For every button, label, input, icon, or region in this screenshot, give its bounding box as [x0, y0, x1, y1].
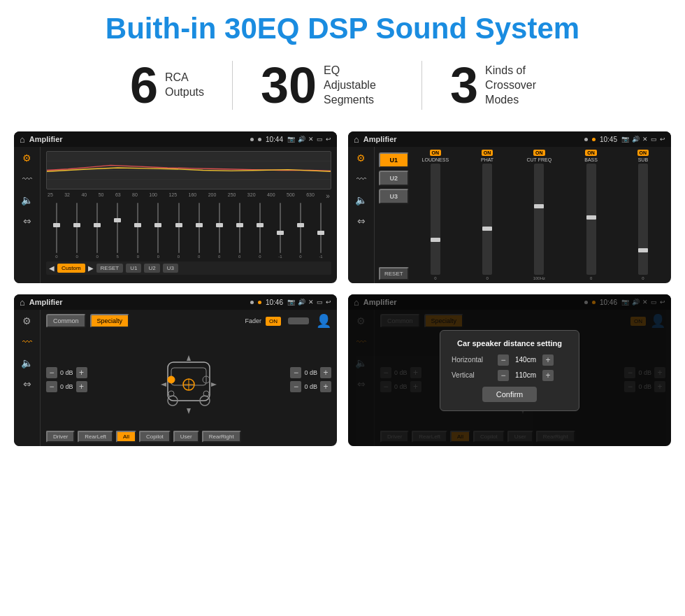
horizontal-plus-button[interactable]: + [542, 354, 554, 366]
phat-slider[interactable] [482, 164, 492, 275]
cross-sidebar-icon-active[interactable]: ⚙ [356, 152, 366, 164]
eq-slider-10[interactable]: 0 [251, 203, 269, 259]
home-icon[interactable]: ⌂ [20, 134, 25, 145]
confirm-button[interactable]: Confirm [482, 387, 538, 402]
eq-slider-2[interactable]: 0 [88, 203, 106, 259]
loudness-label: LOUDNESS [422, 157, 449, 162]
db-minus-topleft[interactable]: − [46, 367, 57, 378]
db-minus-bottomright[interactable]: − [290, 381, 301, 392]
stat-eq: 30 EQ AdjustableSegments [233, 60, 421, 110]
freq-50: 50 [99, 192, 104, 200]
tab-specialty[interactable]: Specialty [90, 314, 130, 328]
tab-common[interactable]: Common [46, 314, 86, 328]
crossover-home-icon[interactable]: ⌂ [354, 134, 359, 145]
eq-slider-13[interactable]: -1 [312, 203, 330, 259]
eq-slider-1[interactable]: 0 [68, 203, 86, 259]
freq-125: 125 [168, 192, 177, 200]
bass-slider[interactable] [586, 164, 596, 275]
expand-icon[interactable]: » [326, 192, 330, 200]
crossover-screen-card: ⌂ Amplifier 10:45 📷 🔊 ✕ ▭ ↩ ⚙ 〰 🔈 ⇔ [348, 131, 671, 283]
eq-next-button[interactable]: ▶ [88, 264, 94, 272]
freq-160: 160 [189, 192, 197, 200]
speaker-left-controls: − 0 dB + − 0 dB + [46, 331, 87, 428]
eq-slider-8[interactable]: 0 [210, 203, 229, 259]
fader-sidebar-icon-2[interactable]: 〰 [22, 336, 32, 348]
cross-close-icon: ✕ [642, 136, 648, 143]
horizontal-value: 140cm [512, 356, 540, 364]
horizontal-minus-button[interactable]: − [498, 354, 509, 366]
freq-400: 400 [267, 192, 275, 200]
db-minus-topright[interactable]: − [290, 367, 301, 378]
eq-slider-7[interactable]: 0 [190, 203, 208, 259]
fader-driver-button[interactable]: Driver [46, 431, 75, 443]
eq-freq-labels: 25 32 40 50 63 80 100 125 160 200 250 32… [46, 192, 331, 200]
cross-sidebar-icon-wave[interactable]: 〰 [356, 173, 366, 185]
fader-sidebar-icon-1[interactable]: ⚙ [22, 315, 31, 327]
cutfreq-slider[interactable] [534, 164, 544, 275]
db-plus-bottomleft[interactable]: + [76, 381, 87, 392]
fader-back-icon[interactable]: ↩ [326, 299, 331, 306]
eq-slider-11[interactable]: -1 [271, 203, 289, 259]
eq-sidebar-icon-arrows[interactable]: ⇔ [23, 215, 31, 227]
eq-reset-button[interactable]: RESET [96, 264, 124, 273]
eq-slider-12[interactable]: 0 [291, 203, 310, 259]
cross-window-icon: ▭ [651, 136, 657, 143]
dialog-overlay: Car speaker distance setting Horizontal … [348, 294, 671, 446]
phat-on-badge: ON [482, 150, 493, 156]
fader-user-button[interactable]: User [173, 431, 199, 443]
fader-status-bar: ⌂ Amplifier 10:46 📷 🔊 ✕ ▭ ↩ [14, 294, 337, 310]
db-plus-topright[interactable]: + [320, 367, 331, 378]
eq-sidebar-icon-speaker[interactable]: 🔈 [21, 194, 33, 206]
cross-volume-icon: 🔊 [632, 136, 640, 143]
eq-slider-0[interactable]: 0 [48, 203, 66, 259]
eq-sidebar-icon-active[interactable]: ⚙ [22, 152, 31, 164]
back-icon[interactable]: ↩ [326, 136, 331, 143]
cross-preset-u3[interactable]: U3 [379, 189, 409, 204]
eq-slider-3[interactable]: 5 [108, 203, 127, 259]
cross-preset-u1[interactable]: U1 [379, 152, 409, 168]
fader-bottom-buttons: Driver RearLeft All Copilot User RearRig… [46, 431, 331, 443]
freq-200: 200 [208, 192, 217, 200]
cross-status-dot-1 [584, 138, 588, 141]
eq-slider-9[interactable]: 0 [231, 203, 249, 259]
fader-rearright-button[interactable]: RearRight [202, 431, 241, 443]
cross-back-icon[interactable]: ↩ [660, 136, 665, 143]
db-plus-topleft[interactable]: + [76, 367, 87, 378]
eq-u1-button[interactable]: U1 [126, 264, 141, 273]
eq-left-sidebar: ⚙ 〰 🔈 ⇔ [14, 147, 41, 283]
db-plus-bottomright[interactable]: + [320, 381, 331, 392]
eq-prev-button[interactable]: ◀ [49, 264, 55, 272]
eq-u3-button[interactable]: U3 [163, 264, 178, 273]
eq-custom-button[interactable]: Custom [57, 264, 85, 273]
db-minus-bottomleft[interactable]: − [46, 381, 57, 392]
fader-all-button[interactable]: All [116, 431, 136, 443]
stat-crossover: 3 Kinds ofCrossover Modes [422, 60, 583, 110]
eq-u2-button[interactable]: U2 [144, 264, 159, 273]
fader-rearleft-button[interactable]: RearLeft [78, 431, 113, 443]
freq-32: 32 [64, 192, 70, 200]
cross-sidebar-icon-arrows[interactable]: ⇔ [357, 215, 366, 227]
crossover-reset-button[interactable]: RESET [379, 267, 409, 280]
fader-camera-icon: 📷 [287, 299, 295, 306]
eq-slider-6[interactable]: 0 [169, 203, 187, 259]
camera-icon: 📷 [287, 136, 295, 143]
eq-sidebar-icon-wave[interactable]: 〰 [22, 173, 32, 185]
sub-slider[interactable] [638, 164, 648, 275]
fader-copilot-button[interactable]: Copilot [139, 431, 171, 443]
fader-user-icon[interactable]: 👤 [316, 313, 331, 329]
cross-preset-u2[interactable]: U2 [379, 171, 409, 186]
dialog-screen-card: ⌂ Amplifier 10:46 📷 🔊 ✕ ▭ ↩ ⚙ 〰 🔈 ⇔ [348, 294, 671, 446]
cross-channel-sub: ON SUB 0 [619, 150, 667, 280]
cross-sidebar-icon-speaker[interactable]: 🔈 [355, 194, 367, 206]
stat-number-rca: 6 [130, 60, 158, 110]
fader-home-icon[interactable]: ⌂ [20, 297, 25, 308]
vertical-minus-button[interactable]: − [498, 370, 509, 381]
vertical-plus-button[interactable]: + [542, 370, 554, 381]
eq-slider-5[interactable]: 0 [149, 203, 167, 259]
eq-slider-4[interactable]: 0 [129, 203, 147, 259]
fader-sidebar-icon-4[interactable]: ⇔ [23, 378, 31, 389]
freq-250: 250 [228, 192, 236, 200]
fader-sidebar-icon-3[interactable]: 🔈 [21, 357, 33, 368]
loudness-slider[interactable] [431, 164, 440, 275]
eq-graph [46, 151, 331, 189]
